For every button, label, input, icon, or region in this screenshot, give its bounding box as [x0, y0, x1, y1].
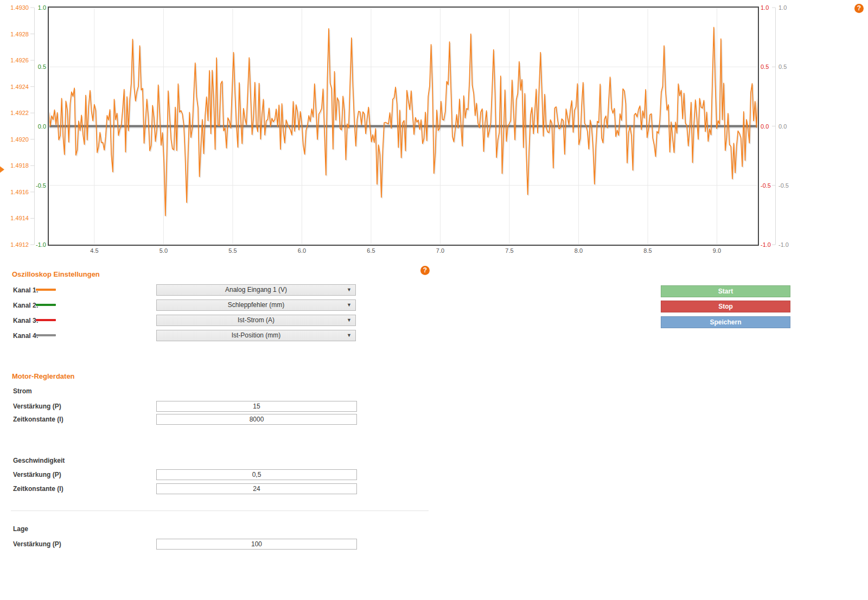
section-divider — [11, 510, 429, 511]
motor-reglerdaten-heading: Motor-Reglerdaten — [12, 373, 75, 380]
svg-text:5.5: 5.5 — [228, 247, 237, 254]
svg-text:1.4924: 1.4924 — [10, 84, 29, 90]
svg-text:1.4918: 1.4918 — [10, 162, 29, 169]
strom-zeitkonstante-label: Zeitkonstante (I) — [13, 416, 63, 423]
svg-text:1.4926: 1.4926 — [10, 57, 29, 63]
kanal-3-label: Kanal 3: — [13, 317, 39, 324]
x-axis-tick-labels: 4.55.05.56.06.57.07.58.08.59.0 — [90, 247, 721, 254]
svg-text:6.0: 6.0 — [298, 247, 306, 254]
kanal-3-selected-value: Ist-Strom (A) — [238, 316, 275, 324]
kanal-3-color-swatch — [36, 319, 56, 321]
svg-text:8.5: 8.5 — [643, 247, 652, 254]
svg-text:0.0: 0.0 — [38, 123, 46, 130]
lage-verstaerkung-label: Verstärkung (P) — [13, 540, 61, 548]
geschwindigkeit-zeitkonstante-input[interactable] — [156, 483, 357, 494]
kanal-2-select[interactable]: Schleppfehler (mm) ▼ — [156, 299, 356, 311]
chevron-down-icon: ▼ — [347, 315, 352, 325]
svg-text:4.5: 4.5 — [90, 247, 98, 254]
chart-series — [49, 27, 759, 216]
geschwindigkeit-verstaerkung-input[interactable] — [156, 469, 357, 480]
speichern-button[interactable]: Speichern — [661, 316, 790, 328]
kanal-2-label: Kanal 2: — [13, 302, 39, 309]
svg-text:1.4930: 1.4930 — [10, 4, 29, 11]
svg-text:-0.5: -0.5 — [778, 182, 789, 189]
svg-text:6.5: 6.5 — [367, 247, 375, 254]
chevron-down-icon: ▼ — [347, 330, 352, 341]
kanal-4-selected-value: Ist-Position (mm) — [232, 331, 281, 339]
kanal-1-selected-value: Analog Eingang 1 (V) — [225, 286, 287, 293]
y-axis-voltage: 1.49301.49281.49261.49241.49221.49201.49… — [10, 4, 34, 248]
y-axis-right-position: 1.00.50.0-0.5-1.0 — [772, 4, 789, 248]
start-button[interactable]: Start — [661, 285, 790, 297]
y-axis-right-current: 1.00.50.0-0.5-1.0 — [761, 4, 771, 248]
strom-verstaerkung-input[interactable] — [156, 401, 357, 412]
svg-text:1.4920: 1.4920 — [10, 136, 29, 143]
chart-help-icon[interactable]: ? — [854, 4, 864, 13]
lage-group-title: Lage — [13, 525, 28, 533]
strom-verstaerkung-label: Verstärkung (P) — [13, 403, 61, 410]
svg-text:0.5: 0.5 — [778, 63, 787, 70]
svg-text:1.4914: 1.4914 — [10, 215, 29, 221]
kanal-1-select[interactable]: Analog Eingang 1 (V) ▼ — [156, 284, 356, 296]
svg-text:9.0: 9.0 — [713, 247, 721, 254]
svg-text:1.0: 1.0 — [761, 4, 769, 11]
svg-text:7.5: 7.5 — [505, 247, 513, 254]
stop-button[interactable]: Stop — [661, 301, 790, 312]
svg-text:-1.0: -1.0 — [761, 241, 771, 248]
kanal-1-color-swatch — [36, 289, 56, 291]
svg-text:1.0: 1.0 — [778, 4, 787, 11]
svg-text:-1.0: -1.0 — [36, 241, 46, 248]
svg-text:1.4928: 1.4928 — [10, 31, 29, 37]
svg-text:-0.5: -0.5 — [36, 182, 46, 189]
svg-text:1.4916: 1.4916 — [10, 189, 29, 195]
kanal-1-label: Kanal 1: — [13, 286, 39, 294]
kanal-4-label: Kanal 4: — [13, 332, 39, 340]
chevron-down-icon: ▼ — [347, 285, 352, 295]
strom-zeitkonstante-input[interactable] — [156, 414, 357, 425]
kanal-4-color-swatch — [36, 334, 56, 336]
kanal-4-select[interactable]: Ist-Position (mm) ▼ — [156, 330, 356, 341]
kanal-2-selected-value: Schleppfehler (mm) — [228, 301, 285, 309]
oszilloskop-heading: Oszilloskop Einstellungen — [12, 271, 100, 278]
svg-text:0.5: 0.5 — [761, 63, 769, 70]
kanal-3-select[interactable]: Ist-Strom (A) ▼ — [156, 315, 356, 326]
strom-group-title: Strom — [13, 387, 32, 395]
svg-text:5.0: 5.0 — [159, 247, 168, 254]
y-axis-left-secondary: 1.00.50.0-0.5-1.0 — [36, 4, 46, 248]
svg-text:-0.5: -0.5 — [761, 182, 771, 189]
svg-text:1.4912: 1.4912 — [10, 241, 29, 248]
oscilloscope-chart: 1.49301.49281.49261.49241.49221.49201.49… — [0, 0, 868, 260]
chevron-down-icon: ▼ — [347, 300, 352, 310]
geschwindigkeit-zeitkonstante-label: Zeitkonstante (I) — [13, 485, 63, 493]
geschwindigkeit-verstaerkung-label: Verstärkung (P) — [13, 471, 61, 478]
svg-text:8.0: 8.0 — [575, 247, 583, 254]
axis-marker-arrow[interactable] — [0, 167, 4, 173]
svg-text:1.0: 1.0 — [38, 4, 46, 11]
kanal-2-color-swatch — [36, 304, 56, 306]
svg-text:-1.0: -1.0 — [778, 241, 789, 248]
lage-verstaerkung-input[interactable] — [156, 539, 357, 550]
svg-text:0.5: 0.5 — [38, 63, 46, 70]
svg-text:0.0: 0.0 — [778, 123, 787, 130]
oscilloscope-app: 1.49301.49281.49261.49241.49221.49201.49… — [0, 0, 868, 600]
oszilloskop-help-icon[interactable]: ? — [420, 266, 430, 275]
svg-text:0.0: 0.0 — [761, 123, 769, 130]
svg-text:7.0: 7.0 — [436, 247, 444, 254]
geschwindigkeit-group-title: Geschwindigkeit — [13, 457, 65, 464]
svg-text:1.4922: 1.4922 — [10, 110, 29, 116]
